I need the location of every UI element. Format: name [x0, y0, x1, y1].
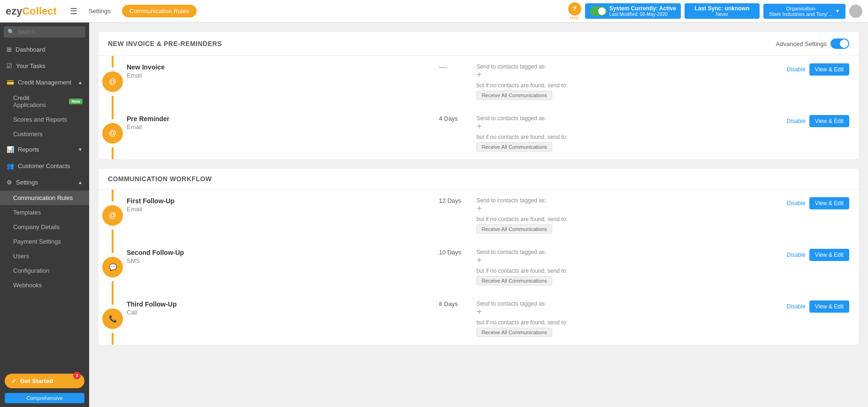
add-contact-button[interactable]: + — [476, 122, 779, 131]
credit-management-icon: 💳 — [7, 79, 14, 86]
sidebar-item-customers[interactable]: Customers — [0, 127, 89, 141]
sidebar-item-payment-settings[interactable]: Payment Settings — [0, 234, 89, 249]
get-started-badge: 3 — [73, 372, 81, 379]
settings-tab[interactable]: Settings — [83, 6, 116, 16]
settings-icon: ⚙ — [7, 179, 12, 186]
sidebar-item-webhooks[interactable]: Webhooks — [0, 278, 89, 292]
disable-link[interactable]: Disable — [787, 66, 806, 73]
add-contact-button[interactable]: + — [476, 255, 779, 265]
sidebar-item-users[interactable]: Users — [0, 249, 89, 263]
timeline-bar-bottom — [112, 96, 114, 108]
org-text: Organisation Stark Industries and Tony'.… — [769, 6, 832, 17]
view-edit-button[interactable]: View & Edit — [809, 63, 849, 76]
sidebar-item-label: Company Details — [13, 223, 60, 230]
sidebar-item-templates[interactable]: Templates — [0, 205, 89, 220]
organisation-pill[interactable]: Organisation Stark Industries and Tony'.… — [763, 4, 845, 19]
view-edit-button[interactable]: View & Edit — [809, 197, 849, 209]
sidebar-item-label: Communication Rules — [13, 194, 73, 201]
sidebar-item-label: Configuration — [13, 267, 49, 274]
contacts-label: Send to contacts tagged as: — [476, 115, 779, 122]
timeline-bar-top — [112, 190, 114, 201]
advanced-settings-toggle[interactable] — [830, 38, 849, 49]
contacts-label: Send to contacts tagged as: — [476, 300, 779, 307]
new-invoice-row-content: New Invoice Email ---- Send to contacts … — [127, 63, 849, 100]
comprehensive-label: Comprehensive — [26, 395, 62, 401]
sidebar-item-your-tasks[interactable]: ☑ Your Tasks — [0, 58, 89, 74]
timeline-bar-bottom — [112, 281, 114, 293]
comprehensive-button[interactable]: Comprehensive — [5, 393, 84, 403]
receive-all-button[interactable]: Receive All Communications — [476, 142, 552, 152]
search-input[interactable] — [17, 29, 82, 35]
third-follow-up-name: Third Follow-Up — [127, 300, 429, 308]
tasks-icon: ☑ — [7, 62, 12, 69]
pre-reminder-body: Pre Reminder Email 4 Days Send to contac… — [127, 108, 859, 159]
disable-link[interactable]: Disable — [787, 200, 806, 207]
third-follow-up-days: 8 Days — [439, 300, 467, 307]
sidebar-item-label: Credit Applications — [13, 94, 63, 108]
add-contact-button[interactable]: + — [476, 204, 779, 213]
help-button[interactable]: ? — [568, 2, 581, 15]
logo-ezy: ezy — [6, 5, 22, 17]
sidebar-item-label: Your Tasks — [16, 62, 46, 69]
system-toggle[interactable] — [590, 7, 607, 16]
disable-link[interactable]: Disable — [787, 118, 806, 124]
sidebar-item-credit-management[interactable]: 💳 Credit Management ▲ — [0, 74, 89, 91]
pre-reminder-row-content: Pre Reminder Email 4 Days Send to contac… — [127, 115, 849, 152]
top-nav: ezyCollect ☰ Settings Communication Rule… — [0, 0, 868, 23]
table-row: @ New Invoice Email ---- Send to contact… — [99, 56, 859, 108]
sidebar-item-reports[interactable]: 📊 Reports ▼ — [0, 141, 89, 158]
logo-collect: Collect — [22, 5, 56, 17]
table-row: 📞 Third Follow-Up Call 8 Days Send to co… — [99, 293, 859, 345]
add-contact-button[interactable]: + — [476, 307, 779, 316]
new-invoice-body: New Invoice Email ---- Send to contacts … — [127, 56, 859, 108]
view-edit-button[interactable]: View & Edit — [809, 249, 849, 261]
disable-link[interactable]: Disable — [787, 252, 806, 258]
sidebar-item-dashboard[interactable]: ⊞ Dashboard — [0, 41, 89, 58]
communication-workflow-section: COMMUNICATION WORKFLOW @ First Follow-Up — [99, 169, 859, 345]
fallback-label: but if no contacts are found, send to: — [476, 82, 779, 89]
disable-link[interactable]: Disable — [787, 303, 806, 310]
fallback-label: but if no contacts are found, send to: — [476, 268, 779, 274]
get-started-button[interactable]: ✓ Get Started 3 — [5, 374, 84, 388]
add-contact-button[interactable]: + — [476, 70, 779, 79]
sidebar-item-scores-reports[interactable]: Scores and Reports — [0, 112, 89, 127]
new-invoice-name: New Invoice — [127, 63, 429, 71]
sidebar-item-credit-applications[interactable]: Credit Applications New — [0, 91, 89, 112]
avatar[interactable] — [849, 5, 862, 18]
chevron-down-icon: ▼ — [835, 8, 840, 14]
sidebar-item-customer-contacts[interactable]: 👥 Customer Contacts — [0, 158, 89, 174]
view-edit-button[interactable]: View & Edit — [809, 115, 849, 127]
second-follow-up-type: SMS — [127, 257, 429, 264]
sidebar-item-label: Payment Settings — [13, 238, 61, 245]
search-box[interactable]: 🔍 — [4, 26, 85, 38]
main-content: NEW INVOICE & PRE-REMINDERS Advanced Set… — [89, 23, 868, 407]
second-follow-up-name: Second Follow-Up — [127, 249, 429, 256]
view-edit-button[interactable]: View & Edit — [809, 300, 849, 313]
receive-all-button[interactable]: Receive All Communications — [476, 91, 552, 100]
receive-all-button[interactable]: Receive All Communications — [476, 224, 552, 234]
fallback-label: but if no contacts are found, send to: — [476, 216, 779, 223]
hamburger-icon[interactable]: ☰ — [70, 6, 77, 16]
org-sub: Stark Industries and Tony'... — [769, 11, 832, 17]
sidebar-item-configuration[interactable]: Configuration — [0, 263, 89, 278]
logo: ezyCollect — [6, 5, 57, 17]
org-title: Organisation — [769, 6, 832, 11]
new-invoice-actions: Disable View & Edit — [779, 63, 849, 76]
pre-reminder-actions: Disable View & Edit — [779, 115, 849, 127]
receive-all-button[interactable]: Receive All Communications — [476, 276, 552, 285]
sms-icon: 💬 — [102, 257, 123, 277]
sidebar-item-communication-rules[interactable]: Communication Rules — [0, 191, 89, 205]
system-status-title: System Currently: Active — [609, 5, 676, 12]
first-follow-up-name: First Follow-Up — [127, 197, 429, 205]
communication-rules-tab[interactable]: Communication Rules — [122, 5, 197, 17]
timeline-bar-bottom — [112, 333, 114, 345]
first-follow-up-body: First Follow-Up Email 12 Days Send to co… — [127, 190, 859, 241]
sidebar-item-company-details[interactable]: Company Details — [0, 220, 89, 234]
system-status-text: System Currently: Active Last Modified: … — [609, 5, 676, 17]
timeline-left-col: @ — [99, 190, 127, 241]
receive-all-button[interactable]: Receive All Communications — [476, 328, 552, 337]
sidebar-item-settings[interactable]: ⚙ Settings ▲ — [0, 174, 89, 191]
email-icon: @ — [102, 123, 123, 144]
new-invoice-days: ---- — [439, 63, 467, 70]
sidebar: 🔍 ⊞ Dashboard ☑ Your Tasks 💳 Credit Mana… — [0, 23, 89, 407]
